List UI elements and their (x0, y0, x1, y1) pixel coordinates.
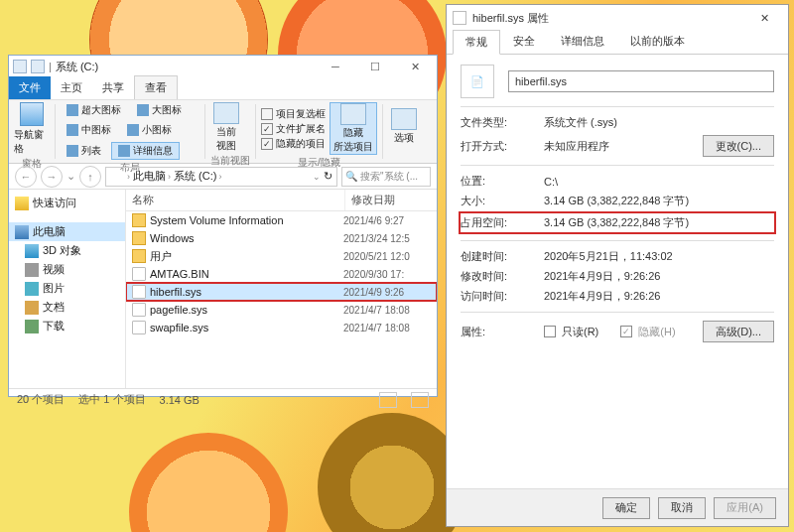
address-dropdown[interactable]: ⌄ (313, 172, 321, 182)
pc-icon (15, 225, 29, 239)
value-disk: 3.14 GB (3,382,222,848 字节) (544, 215, 774, 230)
file-name: swapfile.sys (150, 322, 343, 333)
up-button[interactable]: ↑ (79, 166, 101, 188)
col-name[interactable]: 名称 (126, 190, 345, 210)
view-large[interactable]: 大图标 (131, 102, 188, 118)
bg-fruit (318, 413, 466, 532)
history-dropdown[interactable]: ⌄ (66, 170, 75, 183)
advanced-button[interactable]: 高级(D)... (703, 321, 774, 342)
breadcrumb-segment[interactable]: 此电脑 › (133, 169, 171, 184)
file-name: Windows (150, 232, 343, 244)
view-thumb-toggle[interactable] (411, 392, 429, 408)
tab-view[interactable]: 查看 (134, 75, 178, 99)
tree-this-pc[interactable]: 此电脑 (9, 222, 125, 241)
current-view-button[interactable]: 当前 视图 (210, 102, 242, 153)
label-location: 位置: (461, 174, 544, 189)
view-details[interactable]: 详细信息 (111, 142, 180, 160)
tab-general[interactable]: 常规 (453, 30, 500, 55)
label-openswith: 打开方式: (461, 139, 544, 154)
tree-documents[interactable]: 文档 (9, 298, 125, 317)
checkbox-readonly[interactable] (544, 326, 556, 337)
refresh-button[interactable]: ↻ (324, 170, 332, 183)
search-placeholder: 搜索"系统 (... (360, 170, 418, 184)
file-date: 2020/5/21 12:0 (343, 251, 435, 262)
tab-security[interactable]: 安全 (500, 29, 548, 54)
value-size: 3.14 GB (3,382,222,848 字节) (544, 194, 774, 208)
label-filetype: 文件类型: (461, 115, 544, 130)
value-location: C:\ (544, 176, 774, 188)
properties-dialog: hiberfil.sys 属性 ✕ 常规 安全 详细信息 以前的版本 📄 hib… (446, 4, 789, 527)
list-row[interactable]: AMTAG.BIN2020/9/30 17: (126, 265, 437, 283)
options-icon (391, 108, 417, 130)
forward-button[interactable]: → (41, 166, 63, 188)
nav-tree: 快速访问 此电脑 3D 对象 视频 图片 文档 下载 (9, 190, 126, 388)
value-accessed: 2021年4月9日，9:26:26 (544, 289, 774, 304)
breadcrumb-segment[interactable]: 系统 (C:) › (174, 169, 221, 184)
tree-3d-objects[interactable]: 3D 对象 (9, 241, 125, 260)
search-input[interactable]: 🔍 搜索"系统 (... (341, 167, 431, 187)
apply-button[interactable]: 应用(A) (714, 497, 776, 519)
tab-share[interactable]: 共享 (92, 76, 134, 99)
checkbox-file-ext[interactable]: ✓文件扩展名 (261, 122, 326, 136)
dialog-title: hiberfil.sys 属性 (472, 11, 549, 26)
cancel-button[interactable]: 取消 (658, 497, 706, 519)
maximize-button[interactable]: ☐ (357, 58, 393, 75)
current-view-icon (213, 102, 239, 124)
list-header[interactable]: 名称 修改日期 (126, 190, 437, 211)
dialog-titlebar[interactable]: hiberfil.sys 属性 ✕ (447, 5, 788, 31)
label-attrs: 属性: (461, 325, 544, 339)
ok-button[interactable]: 确定 (602, 497, 650, 519)
tree-quick-access[interactable]: 快速访问 (9, 194, 125, 212)
list-row[interactable]: 用户2020/5/21 12:0 (126, 247, 437, 265)
label-readonly: 只读(R) (562, 325, 598, 339)
file-date: 2021/4/6 9:27 (343, 215, 435, 226)
tree-videos[interactable]: 视频 (9, 260, 125, 279)
view-list[interactable]: 列表 (61, 143, 107, 159)
ribbon: 导航窗格 窗格 超大图标 大图标 中图标 小图标 列表 详细信息 布局 当前 视… (9, 99, 437, 164)
hide-selected-button[interactable]: 隐藏 所选项目 (330, 102, 377, 155)
minimize-button[interactable]: ─ (318, 58, 353, 75)
change-button[interactable]: 更改(C)... (703, 135, 774, 157)
tab-previous-versions[interactable]: 以前的版本 (617, 29, 698, 54)
titlebar-divider: | (49, 61, 52, 72)
tab-home[interactable]: 主页 (51, 76, 92, 99)
label-disk: 占用空间: (461, 215, 544, 230)
options-button[interactable]: 选项 (388, 108, 420, 145)
view-extralarge[interactable]: 超大图标 (61, 102, 127, 118)
col-date[interactable]: 修改日期 (345, 190, 437, 210)
label-hidden: 隐藏(H) (638, 325, 675, 339)
list-row[interactable]: pagefile.sys2021/4/7 18:08 (126, 301, 437, 319)
address-bar[interactable]: › 此电脑 › 系统 (C:) › ⌄ ↻ (105, 167, 337, 187)
tree-downloads[interactable]: 下载 (9, 317, 125, 335)
back-button[interactable]: ← (15, 166, 37, 188)
view-medium[interactable]: 中图标 (61, 122, 117, 138)
tab-details[interactable]: 详细信息 (548, 29, 617, 54)
view-small[interactable]: 小图标 (121, 122, 178, 138)
file-type-icon: 📄 (461, 65, 494, 98)
list-row[interactable]: Windows2021/3/24 12:5 (126, 229, 437, 247)
tab-file[interactable]: 文件 (9, 76, 51, 99)
label-size: 大小: (461, 194, 544, 208)
file-list: 名称 修改日期 System Volume Information2021/4/… (126, 190, 437, 388)
close-button[interactable]: ✕ (397, 58, 433, 75)
video-icon (25, 263, 39, 277)
tree-pictures[interactable]: 图片 (9, 279, 125, 298)
search-icon: 🔍 (345, 171, 357, 182)
label-accessed: 访问时间: (461, 289, 544, 304)
checkbox-hidden-items[interactable]: ✓隐藏的项目 (261, 137, 326, 151)
checkbox-item-checkboxes[interactable]: 项目复选框 (261, 107, 326, 121)
file-date: 2021/4/7 18:08 (343, 323, 435, 333)
filename-input[interactable]: hiberfil.sys (508, 70, 774, 92)
status-size: 3.14 GB (160, 394, 199, 406)
nav-pane-icon (20, 102, 44, 126)
close-button[interactable]: ✕ (746, 7, 782, 29)
list-row[interactable]: swapfile.sys2021/4/7 18:08 (126, 319, 437, 336)
view-details-toggle[interactable] (379, 392, 397, 408)
list-row[interactable]: hiberfil.sys2021/4/9 9:26 (126, 283, 437, 301)
navigation-pane-button[interactable]: 导航窗格 (14, 102, 50, 156)
explorer-titlebar[interactable]: | 系统 (C:) ─ ☐ ✕ (9, 56, 437, 77)
folder-icon (132, 249, 146, 263)
folder-icon (31, 60, 45, 73)
star-icon (15, 197, 29, 210)
list-row[interactable]: System Volume Information2021/4/6 9:27 (126, 211, 437, 229)
